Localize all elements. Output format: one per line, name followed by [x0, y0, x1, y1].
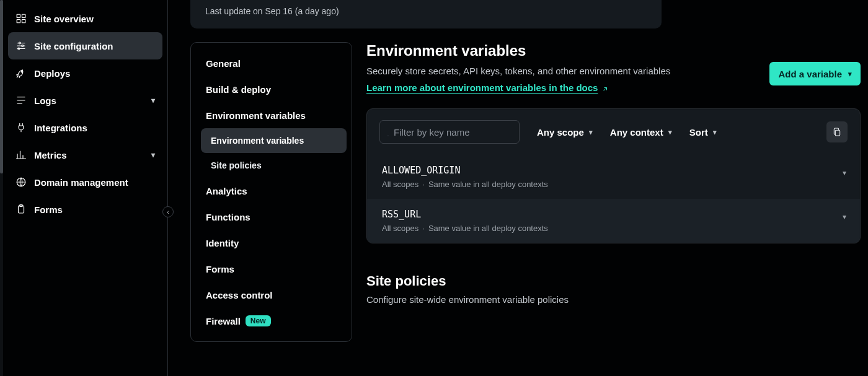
- env-var-meta: All scopes·Same value in all deploy cont…: [382, 224, 845, 233]
- svg-point-10: [21, 71, 22, 72]
- config-nav-label: Functions: [206, 212, 250, 222]
- config-nav: General Build & deploy Environment varia…: [190, 42, 352, 342]
- sliders-icon: [16, 40, 27, 51]
- site-policies-title: Site policies: [366, 273, 861, 289]
- sidebar-item-site-configuration[interactable]: Site configuration: [8, 32, 162, 59]
- config-nav-identity[interactable]: Identity: [196, 230, 347, 256]
- sidebar-item-deploys[interactable]: Deploys: [8, 59, 162, 87]
- env-var-row[interactable]: ALLOWED_ORIGIN All scopes·Same value in …: [367, 155, 860, 199]
- config-nav-label: Build & deploy: [206, 84, 271, 95]
- env-var-context: Same value in all deploy contexts: [428, 180, 548, 189]
- chevron-down-icon: ▾: [848, 70, 852, 78]
- config-nav-label: Environment variables: [206, 110, 306, 121]
- bar-chart-icon: [16, 149, 27, 160]
- filter-input-wrapper: [379, 120, 520, 144]
- config-nav-functions[interactable]: Functions: [196, 204, 347, 230]
- config-nav-sub-site-policies[interactable]: Site policies: [201, 153, 347, 178]
- env-var-scope: All scopes: [382, 224, 418, 233]
- search-icon: [388, 128, 389, 137]
- chevron-down-icon: ▾: [843, 168, 846, 177]
- chevron-down-icon: ▾: [589, 128, 593, 136]
- sidebar-item-label: Integrations: [34, 123, 87, 133]
- config-nav-analytics[interactable]: Analytics: [196, 178, 347, 204]
- scope-dropdown[interactable]: Any scope ▾: [537, 127, 593, 138]
- config-nav-sub-env-vars[interactable]: Environment variables: [201, 128, 347, 153]
- sidebar-item-forms[interactable]: Forms: [8, 196, 162, 223]
- svg-rect-1: [22, 14, 25, 17]
- site-policies-subtitle: Configure site-wide environment variable…: [366, 294, 861, 305]
- dot-separator: ·: [418, 224, 428, 233]
- globe-icon: [16, 177, 27, 188]
- last-update-banner: Last update on Sep 16 (a day ago): [190, 0, 662, 28]
- svg-rect-16: [835, 130, 839, 136]
- config-nav-environment-variables[interactable]: Environment variables: [196, 102, 347, 128]
- env-vars-section: Environment variables Securely store sec…: [366, 42, 861, 305]
- add-variable-button[interactable]: Add a variable ▾: [769, 62, 861, 85]
- env-var-key: ALLOWED_ORIGIN: [382, 165, 845, 176]
- sidebar-item-integrations[interactable]: Integrations: [8, 114, 162, 141]
- external-link-icon: [601, 84, 609, 92]
- env-vars-card: Any scope ▾ Any context ▾ Sort ▾ ALLOWED…: [366, 108, 861, 243]
- clipboard-icon: [16, 204, 27, 215]
- config-nav-label: General: [206, 58, 241, 69]
- sidebar-item-label: Metrics: [34, 150, 67, 160]
- config-nav-sub: Environment variables Site policies: [201, 128, 347, 178]
- env-var-meta: All scopes·Same value in all deploy cont…: [382, 180, 845, 189]
- chevron-down-icon: ▾: [151, 96, 155, 105]
- svg-rect-3: [22, 20, 25, 23]
- page-title: Environment variables: [366, 42, 861, 59]
- last-update-text: Last update on Sep 16 (a day ago): [205, 6, 339, 16]
- config-nav-access-control[interactable]: Access control: [196, 282, 347, 308]
- sidebar-item-site-overview[interactable]: Site overview: [8, 5, 162, 32]
- sidebar-item-label: Site configuration: [34, 41, 113, 51]
- rocket-icon: [16, 68, 27, 79]
- learn-more-text: Learn more about environment variables i…: [366, 82, 598, 93]
- sidebar-item-label: Logs: [34, 95, 56, 106]
- chevron-down-icon: ▾: [843, 212, 846, 221]
- config-nav-label: Access control: [206, 290, 273, 300]
- new-badge: New: [246, 315, 271, 326]
- primary-sidebar: Site overview Site configuration Deploys…: [3, 0, 167, 376]
- sidebar-item-label: Site overview: [34, 14, 94, 24]
- copy-icon: [832, 127, 842, 137]
- context-dropdown[interactable]: Any context ▾: [610, 127, 672, 138]
- site-policies-section: Site policies Configure site-wide enviro…: [366, 273, 861, 305]
- config-nav-build-deploy[interactable]: Build & deploy: [196, 76, 347, 102]
- context-label: Any context: [610, 127, 663, 138]
- plug-icon: [16, 122, 27, 133]
- filter-input[interactable]: [394, 127, 512, 138]
- sidebar-item-label: Domain management: [34, 177, 128, 188]
- chevron-down-icon: ▾: [713, 128, 717, 136]
- sidebar-item-label: Forms: [34, 204, 63, 215]
- config-nav-sub-label: Environment variables: [211, 136, 304, 146]
- config-nav-label: Forms: [206, 264, 234, 274]
- config-nav-label: Analytics: [206, 186, 247, 196]
- sidebar-item-logs[interactable]: Logs ▾: [8, 87, 162, 114]
- sidebar-item-metrics[interactable]: Metrics ▾: [8, 141, 162, 168]
- config-nav-label: Identity: [206, 238, 239, 248]
- env-var-row[interactable]: RSS_URL All scopes·Same value in all dep…: [367, 199, 860, 243]
- chevron-down-icon: ▾: [151, 151, 155, 159]
- sort-dropdown[interactable]: Sort ▾: [689, 127, 717, 138]
- config-nav-forms[interactable]: Forms: [196, 256, 347, 282]
- grid-icon: [16, 13, 27, 24]
- env-vars-toolbar: Any scope ▾ Any context ▾ Sort ▾: [367, 109, 860, 155]
- config-nav-general[interactable]: General: [196, 50, 347, 76]
- sort-label: Sort: [689, 127, 708, 138]
- env-var-context: Same value in all deploy contexts: [428, 224, 548, 233]
- chevron-down-icon: ▾: [668, 128, 672, 136]
- sidebar-item-label: Deploys: [34, 68, 70, 79]
- learn-more-link[interactable]: Learn more about environment variables i…: [366, 82, 609, 93]
- svg-line-15: [388, 136, 389, 136]
- config-nav-label: Firewall: [206, 316, 241, 326]
- svg-rect-0: [17, 14, 20, 17]
- dot-separator: ·: [418, 180, 428, 189]
- scope-label: Any scope: [537, 127, 584, 138]
- add-variable-label: Add a variable: [778, 69, 842, 79]
- sidebar-item-domain-management[interactable]: Domain management: [8, 168, 162, 196]
- copy-all-button[interactable]: [826, 121, 848, 142]
- content-area: Last update on Sep 16 (a day ago) Genera…: [168, 0, 868, 376]
- env-var-key: RSS_URL: [382, 209, 845, 220]
- config-nav-sub-label: Site policies: [211, 160, 262, 170]
- config-nav-firewall[interactable]: Firewall New: [196, 308, 347, 334]
